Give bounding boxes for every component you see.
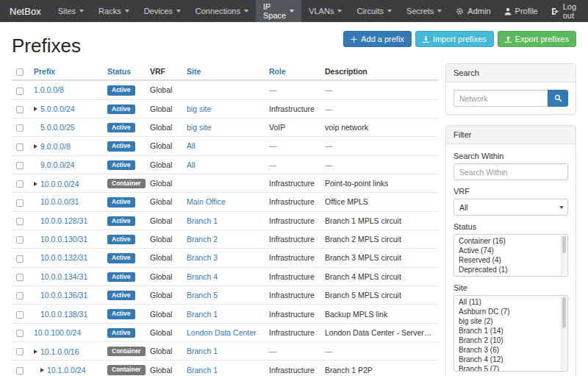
prefix-link[interactable]: 10.0.0.138/31 (40, 310, 87, 319)
site-link[interactable]: All (187, 160, 196, 169)
nav-item-ip-space[interactable]: IP Space (256, 0, 301, 22)
expand-toggle-icon[interactable] (34, 182, 37, 186)
prefix-link[interactable]: 9.0.0.0/8 (40, 142, 71, 151)
row-checkbox[interactable] (16, 236, 24, 244)
prefix-link[interactable]: 10.0.0.0/31 (40, 197, 79, 206)
row-checkbox[interactable] (16, 311, 24, 319)
row-checkbox[interactable] (16, 199, 24, 207)
prefix-link[interactable]: 5.0.0.0/25 (40, 123, 75, 132)
column-sort-link[interactable]: Site (187, 67, 201, 76)
app-logo[interactable]: NetBox (0, 0, 51, 22)
site-link[interactable]: All (187, 141, 196, 150)
role-cell: Infrastructure (265, 99, 320, 118)
search-button[interactable] (548, 90, 568, 107)
nav-item-label: Connections (196, 7, 240, 15)
site-filter-list[interactable]: All (11)Ashburn DC (7)big site (2)Branch… (453, 295, 568, 372)
row-checkbox[interactable] (16, 124, 24, 132)
prefix-link[interactable]: 10.0.0.0/24 (40, 180, 79, 188)
filter-option[interactable]: Branch 5 (7) (459, 364, 557, 372)
filter-option[interactable]: Reserved (4) (459, 255, 557, 265)
prefix-link[interactable]: 10.0.100.0/24 (34, 328, 81, 337)
nav-item-racks[interactable]: Racks (91, 0, 137, 22)
row-checkbox[interactable] (16, 162, 24, 169)
filter-option[interactable]: Branch 3 (6) (459, 345, 557, 355)
filter-option[interactable]: Ashburn DC (7) (459, 307, 557, 316)
site-link[interactable]: big site (187, 104, 211, 113)
prefix-link[interactable]: 5.0.0.0/24 (40, 104, 75, 113)
column-sort-link[interactable]: Role (269, 67, 286, 76)
site-link[interactable]: Main Office (187, 197, 226, 206)
filter-option[interactable]: big site (2) (459, 316, 557, 326)
expand-toggle-icon[interactable] (34, 107, 37, 111)
prefix-link[interactable]: 9.0.0.0/24 (40, 160, 75, 169)
site-link[interactable]: Branch 5 (187, 291, 218, 299)
row-checkbox[interactable] (16, 143, 24, 151)
column-sort-link[interactable]: Prefix (34, 67, 55, 76)
nav-item-circuits[interactable]: Circuits (349, 0, 399, 22)
status-list-scrollbar[interactable] (561, 235, 567, 275)
filter-option[interactable]: All (11) (459, 297, 557, 307)
prefix-link[interactable]: 10.1.0.0/16 (40, 347, 79, 356)
row-checkbox[interactable] (16, 274, 24, 281)
search-within-input[interactable] (453, 163, 568, 180)
nav-item-vlans[interactable]: VLANs (301, 0, 349, 22)
search-input[interactable] (453, 90, 548, 107)
import-prefixes-button[interactable]: Import prefixes (415, 31, 494, 47)
row-checkbox[interactable] (16, 292, 24, 299)
site-link[interactable]: Branch 3 (187, 253, 218, 262)
vrf-select[interactable]: All (453, 199, 568, 216)
site-link[interactable]: Branch 1 (187, 366, 218, 375)
select-all-checkbox[interactable] (16, 68, 24, 76)
add-prefix-button[interactable]: Add a prefix (343, 31, 412, 47)
expand-toggle-icon[interactable] (40, 368, 44, 372)
logout-link[interactable]: Log out (545, 0, 588, 22)
filter-option[interactable]: Deprecated (1) (459, 265, 557, 274)
nav-item-devices[interactable]: Devices (137, 0, 188, 22)
site-link[interactable]: Branch 1 (187, 347, 218, 355)
nav-item-secrets[interactable]: Secrets (399, 0, 449, 22)
admin-link[interactable]: Admin (449, 0, 497, 22)
chevron-down-icon (79, 10, 84, 13)
row-checkbox[interactable] (16, 367, 24, 375)
site-link[interactable]: Branch 1 (187, 216, 218, 225)
chevron-down-icon (337, 10, 342, 13)
filter-option[interactable]: Branch 1 (14) (459, 326, 557, 336)
prefix-link[interactable]: 10.1.0.0/24 (47, 366, 86, 375)
row-checkbox[interactable] (16, 330, 24, 337)
row-checkbox[interactable] (16, 88, 24, 95)
nav-item-sites[interactable]: Sites (51, 0, 91, 22)
status-filter-list[interactable]: Container (16)Active (74)Reserved (4)Dep… (453, 234, 568, 277)
site-link[interactable]: big site (187, 123, 211, 132)
site-link[interactable]: London Data Center (187, 328, 257, 337)
filter-option[interactable]: Active (74) (459, 246, 557, 255)
filter-option[interactable]: Container (16) (459, 236, 557, 246)
column-sort-link[interactable]: Status (107, 67, 131, 76)
prefix-link[interactable]: 10.0.0.130/31 (40, 235, 87, 244)
filter-option[interactable]: Branch 4 (12) (459, 355, 557, 364)
scrollbar-thumb[interactable] (562, 297, 566, 328)
row-checkbox[interactable] (16, 180, 24, 188)
description-cell: — (320, 342, 438, 361)
profile-link[interactable]: Profile (498, 0, 545, 22)
prefix-link[interactable]: 1.0.0.0/8 (34, 85, 64, 94)
prefix-link[interactable]: 10.0.0.128/31 (40, 216, 87, 225)
prefix-link[interactable]: 10.0.0.136/31 (40, 291, 87, 299)
row-checkbox[interactable] (16, 218, 24, 225)
row-checkbox[interactable] (16, 255, 24, 263)
row-checkbox[interactable] (16, 348, 24, 355)
prefix-link[interactable]: 10.0.0.134/31 (40, 272, 87, 281)
site-list-scrollbar[interactable] (561, 297, 567, 370)
filter-option[interactable]: Branch 2 (10) (459, 336, 557, 345)
prefix-link[interactable]: 10.0.0.132/31 (40, 253, 87, 262)
chevron-down-icon (559, 206, 564, 209)
nav-item-connections[interactable]: Connections (188, 0, 256, 22)
scrollbar-thumb[interactable] (562, 236, 566, 253)
site-link[interactable]: Branch 2 (187, 235, 218, 244)
site-link[interactable]: Branch 1 (187, 310, 218, 319)
status-badge: Active (107, 141, 135, 151)
export-prefixes-button[interactable]: Export prefixes (498, 31, 576, 47)
site-link[interactable]: Branch 4 (187, 272, 218, 281)
expand-toggle-icon[interactable] (34, 350, 37, 354)
row-checkbox[interactable] (16, 106, 24, 113)
expand-toggle-icon[interactable] (34, 144, 37, 149)
